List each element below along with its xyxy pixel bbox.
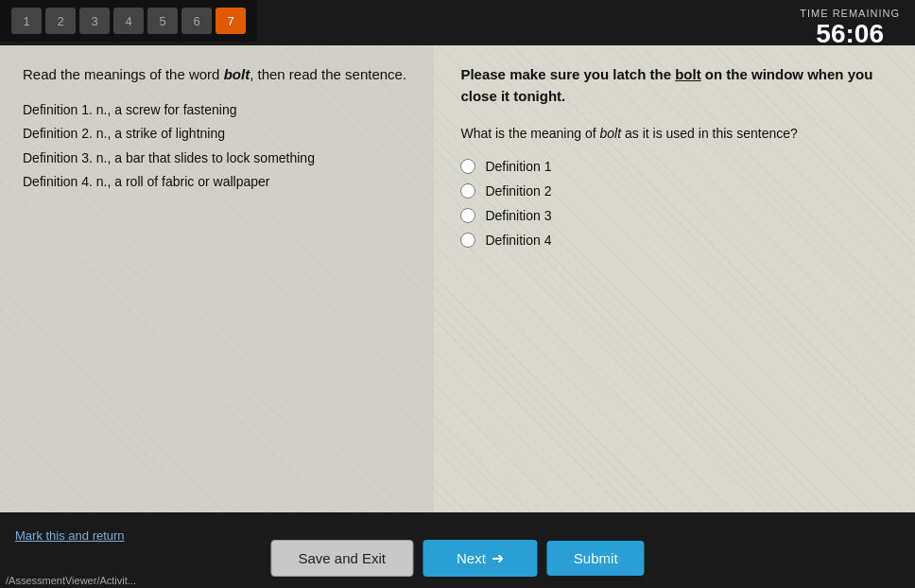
list-item: Definition 4. n., a roll of fabric or wa… xyxy=(23,173,411,192)
progress-bar: 1 2 3 4 5 6 7 xyxy=(0,0,257,42)
step-1[interactable]: 1 xyxy=(11,8,42,34)
step-6[interactable]: 6 xyxy=(181,8,212,34)
radio-def1[interactable] xyxy=(460,159,475,174)
bottom-buttons: Save and Exit Next ➜ Submit xyxy=(270,540,644,577)
option-def3[interactable]: Definition 3 xyxy=(460,208,889,223)
option-def4[interactable]: Definition 4 xyxy=(460,233,889,248)
keyword-bolt: bolt xyxy=(675,66,701,82)
url-bar: /AssessmentViewer/Activit... xyxy=(0,573,142,588)
radio-def4[interactable] xyxy=(460,233,475,248)
right-panel: Please make sure you latch the bolt on t… xyxy=(434,45,915,512)
save-exit-button[interactable]: Save and Exit xyxy=(270,540,413,577)
definition-list: Definition 1. n., a screw for fastening … xyxy=(23,101,411,192)
list-item: Definition 1. n., a screw for fastening xyxy=(23,101,411,120)
label-def4[interactable]: Definition 4 xyxy=(485,233,551,248)
timer-label: TIME REMAINING xyxy=(800,8,900,19)
radio-def3[interactable] xyxy=(460,208,475,223)
timer-area: TIME REMAINING 56:06 xyxy=(800,8,900,49)
option-def1[interactable]: Definition 1 xyxy=(460,159,889,174)
radio-options: Definition 1 Definition 2 Definition 3 D… xyxy=(460,159,889,248)
submit-button[interactable]: Submit xyxy=(547,541,645,576)
radio-def2[interactable] xyxy=(460,183,475,199)
left-panel: Read the meanings of the word bolt, then… xyxy=(0,45,434,512)
step-7[interactable]: 7 xyxy=(216,8,246,34)
option-def2[interactable]: Definition 2 xyxy=(460,183,889,199)
step-3[interactable]: 3 xyxy=(79,8,110,34)
label-def2[interactable]: Definition 2 xyxy=(485,183,551,199)
next-button[interactable]: Next ➜ xyxy=(423,540,538,577)
sentence-display: Please make sure you latch the bolt on t… xyxy=(460,64,889,107)
step-5[interactable]: 5 xyxy=(147,8,178,34)
question-text: What is the meaning of bolt as it is use… xyxy=(460,124,889,144)
intro-text: Read the meanings of the word bolt, then… xyxy=(23,64,411,86)
label-def3[interactable]: Definition 3 xyxy=(485,208,551,223)
next-label: Next xyxy=(457,550,486,566)
mark-return-link[interactable]: Mark this and return xyxy=(15,528,125,543)
main-content: Read the meanings of the word bolt, then… xyxy=(0,45,915,512)
list-item: Definition 3. n., a bar that slides to l… xyxy=(23,149,411,168)
step-4[interactable]: 4 xyxy=(113,8,144,34)
label-def1[interactable]: Definition 1 xyxy=(485,159,551,174)
next-arrow-icon: ➜ xyxy=(492,549,504,567)
step-2[interactable]: 2 xyxy=(45,8,76,34)
list-item: Definition 2. n., a strike of lightning xyxy=(23,125,411,144)
